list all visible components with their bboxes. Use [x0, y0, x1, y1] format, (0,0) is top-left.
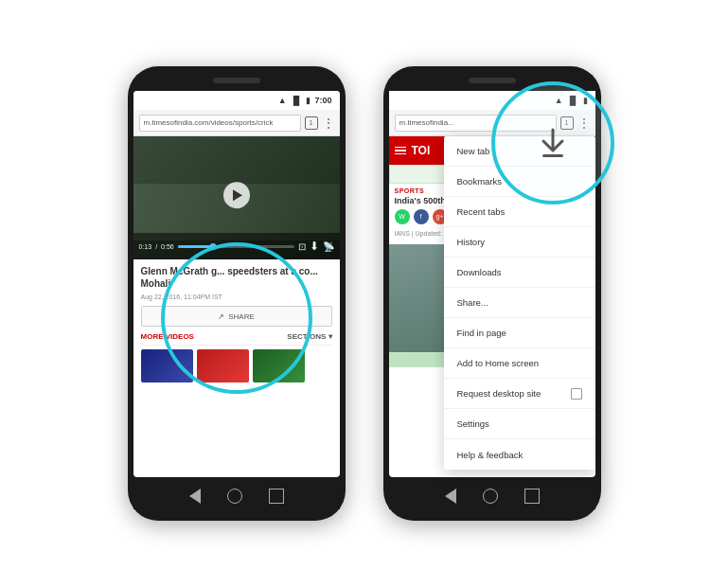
play-icon	[233, 189, 242, 201]
url-text: m.timesofindia.com/videos/sports/crick	[144, 118, 274, 127]
menu-item-requestdesktop-label: Request desktop site	[457, 388, 542, 399]
status-bar-right: ▲ ▐▌ ▮	[389, 91, 595, 110]
menu-item-bookmarks[interactable]: Bookmarks	[444, 167, 595, 197]
menu-item-downloads[interactable]: Downloads	[444, 258, 595, 288]
menu-item-recenttabs[interactable]: Recent tabs	[444, 197, 595, 227]
progress-fill	[178, 245, 213, 248]
url-bar[interactable]: m.timesofindia.com/videos/sports/crick	[139, 115, 301, 132]
phone-speaker-right	[469, 78, 516, 83]
facebook-icon[interactable]: f	[414, 209, 429, 224]
dropdown-menu: New tab Bookmarks Recent tabs History Do…	[444, 136, 595, 470]
chevron-down-icon: ▾	[328, 332, 332, 341]
url-text-right: m.timesofindia...	[400, 118, 454, 127]
signal-icon-right: ▐▌	[567, 96, 579, 105]
article-content: Glenn McGrath g... speedsters at a co...…	[133, 259, 340, 477]
tab-count-right[interactable]: 1	[560, 116, 574, 130]
menu-item-newtab[interactable]: New tab	[444, 136, 595, 167]
video-thumb-1[interactable]	[141, 349, 193, 382]
right-phone-screen: ▲ ▐▌ ▮ m.timesofindia... 1 ⋮ TOI CRESCEN…	[389, 91, 595, 477]
signal-icon: ▐▌	[291, 96, 303, 105]
share-button[interactable]: ↗ SHARE	[141, 306, 332, 327]
tab-count[interactable]: 1	[305, 116, 318, 130]
more-videos-label: MORE VIDEOS	[141, 332, 194, 341]
hamburger-line-1	[395, 147, 406, 149]
sections-label: SECTIONS	[287, 332, 326, 341]
share-label: SHARE	[228, 312, 255, 321]
menu-item-addhome[interactable]: Add to Home screen	[444, 348, 595, 379]
progress-dot	[209, 243, 216, 250]
browser-bar-right: m.timesofindia... 1 ⋮	[389, 110, 595, 136]
back-button[interactable]	[189, 489, 201, 504]
article-title: Glenn McGrath g... speedsters at a co...…	[141, 265, 332, 290]
cast-icon[interactable]: 📡	[323, 241, 334, 252]
hamburger-line-2	[395, 150, 406, 151]
menu-item-share[interactable]: Share...	[444, 288, 595, 318]
time-separator: /	[155, 243, 157, 250]
battery-icon-right: ▮	[583, 96, 588, 105]
back-button-right[interactable]	[445, 489, 456, 504]
home-bar-right	[389, 483, 595, 509]
progress-bar[interactable]	[178, 245, 294, 248]
left-phone: ▲ ▐▌ ▮ 7:00 m.timesofindia.com/videos/sp…	[128, 66, 346, 521]
video-thumb-3[interactable]	[253, 349, 305, 382]
menu-item-addhome-label: Add to Home screen	[457, 358, 540, 368]
right-phone: ▲ ▐▌ ▮ m.timesofindia... 1 ⋮ TOI CRESCEN…	[383, 66, 601, 521]
whatsapp-icon[interactable]: W	[395, 209, 410, 224]
menu-item-settings[interactable]: Settings	[444, 409, 595, 439]
play-button[interactable]	[223, 182, 250, 208]
toi-logo: TOI	[412, 144, 431, 157]
wifi-icon-right: ▲	[555, 96, 563, 105]
phone-speaker	[213, 78, 260, 83]
home-button-right[interactable]	[483, 489, 498, 504]
hamburger-menu[interactable]	[395, 147, 406, 155]
video-thumb-2[interactable]	[197, 349, 249, 382]
browser-bar: m.timesofindia.com/videos/sports/crick 1…	[133, 110, 340, 136]
home-bar	[133, 483, 340, 509]
menu-item-newtab-label: New tab	[457, 146, 490, 156]
more-videos-section: MORE VIDEOS SECTIONS ▾	[141, 332, 332, 346]
status-bar: ▲ ▐▌ ▮ 7:00	[133, 91, 340, 110]
left-phone-screen: ▲ ▐▌ ▮ 7:00 m.timesofindia.com/videos/sp…	[133, 91, 340, 477]
video-thumbnails	[141, 349, 332, 382]
menu-item-history[interactable]: History	[444, 227, 595, 258]
browser-menu-button-right[interactable]: ⋮	[577, 116, 590, 130]
time-display: 7:00	[314, 96, 331, 105]
hamburger-line-3	[395, 153, 406, 155]
battery-icon: ▮	[306, 96, 311, 105]
menu-item-helpfeedback-label: Help & feedback	[457, 450, 524, 460]
menu-item-helpfeedback[interactable]: Help & feedback	[444, 439, 595, 470]
share-icon: ↗	[218, 312, 224, 321]
download-icon[interactable]: ⬇	[310, 240, 319, 253]
time-total: 0:56	[161, 243, 174, 250]
menu-item-findinpage[interactable]: Find in page	[444, 318, 595, 348]
fullscreen-icon[interactable]: ⊡	[298, 241, 306, 252]
request-desktop-checkbox[interactable]	[571, 388, 582, 400]
menu-item-requestdesktop[interactable]: Request desktop site	[444, 379, 595, 409]
menu-item-findinpage-label: Find in page	[457, 328, 506, 338]
menu-item-share-label: Share...	[457, 297, 488, 308]
recents-button-right[interactable]	[524, 489, 540, 504]
browser-menu-button[interactable]: ⋮	[322, 116, 334, 130]
url-bar-right[interactable]: m.timesofindia...	[395, 115, 557, 132]
video-controls: 0:13 / 0:56 ⊡ ⬇ 📡	[133, 233, 340, 259]
menu-item-history-label: History	[457, 237, 486, 247]
menu-item-downloads-label: Downloads	[457, 267, 502, 277]
time-current: 0:13	[139, 243, 152, 250]
video-player[interactable]: 0:13 / 0:56 ⊡ ⬇ 📡	[133, 136, 340, 259]
home-button[interactable]	[227, 489, 242, 504]
wifi-icon: ▲	[278, 96, 287, 105]
menu-item-settings-label: Settings	[457, 418, 489, 429]
menu-item-recenttabs-label: Recent tabs	[457, 206, 506, 217]
recents-button[interactable]	[269, 489, 284, 504]
sections-button[interactable]: SECTIONS ▾	[287, 332, 331, 341]
menu-item-bookmarks-label: Bookmarks	[457, 176, 503, 187]
article-meta: Aug 22, 2016, 11:04PM IST	[141, 294, 332, 300]
